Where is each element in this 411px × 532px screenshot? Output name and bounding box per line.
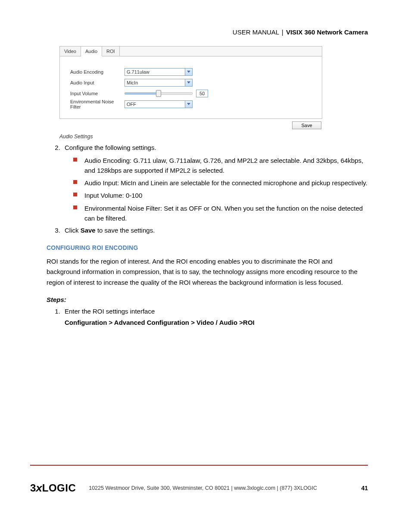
row-env-noise: Environmental Noise Filter OFF — [70, 99, 316, 109]
chevron-down-icon — [185, 68, 192, 75]
input-volume-value[interactable]: 50 — [196, 90, 208, 97]
dropdown-audio-encoding[interactable]: G.711ulaw — [125, 68, 193, 76]
steps-label: Steps: — [47, 296, 368, 303]
tab-bar: Video Audio ROI — [60, 47, 322, 56]
bullet-audio-encoding: Audio Encoding: G.711 ulaw, G.711alaw, G… — [73, 156, 368, 176]
tab-roi[interactable]: ROI — [102, 47, 120, 56]
tab-video[interactable]: Video — [60, 47, 81, 56]
label-audio-input: Audio Input — [70, 80, 125, 85]
chevron-down-icon — [185, 101, 192, 108]
chevron-down-icon — [185, 79, 192, 86]
header-product: VISIX 360 Network Camera — [286, 28, 368, 36]
list-item: Click Save to save the settings. — [62, 226, 368, 236]
bullet-env-noise: Environmental Noise Filter: Set it as OF… — [73, 203, 368, 224]
instruction-list: Configure the following settings. Audio … — [51, 143, 368, 236]
header-separator: | — [282, 28, 283, 36]
page-number: 41 — [361, 485, 368, 492]
figure-caption: Audio Settings — [59, 134, 368, 140]
step-1-text: Enter the ROI settings interface — [65, 308, 155, 315]
page-header: USER MANUAL | VISIX 360 Network Camera — [47, 28, 368, 36]
steps-list: Enter the ROI settings interface Configu… — [51, 307, 368, 328]
label-input-volume: Input Volume — [70, 91, 125, 96]
bullet-list: Audio Encoding: G.711 ulaw, G.711alaw, G… — [65, 156, 368, 224]
list-item-3-a: Click — [65, 227, 81, 234]
list-item: Enter the ROI settings interface Configu… — [62, 307, 368, 328]
bullet-input-volume: Input Volume: 0-100 — [73, 190, 368, 200]
dropdown-env-noise-value: OFF — [125, 102, 185, 107]
roi-paragraph: ROI stands for the region of interest. A… — [47, 256, 368, 288]
row-input-volume: Input Volume 50 — [70, 88, 316, 99]
header-left: USER MANUAL — [233, 28, 279, 36]
dropdown-env-noise[interactable]: OFF — [125, 100, 193, 108]
slider-thumb[interactable] — [156, 90, 161, 97]
row-audio-input: Audio Input MicIn — [70, 78, 316, 88]
save-row: Save — [59, 121, 321, 129]
row-audio-encoding: Audio Encoding G.711ulaw — [70, 67, 316, 77]
audio-settings-panel: Video Audio ROI Audio Encoding G.711ulaw… — [59, 46, 322, 119]
logo-3xlogic: 3xLOGIC — [30, 482, 76, 494]
dropdown-audio-encoding-value: G.711ulaw — [125, 69, 185, 75]
label-env-noise: Environmental Noise Filter — [70, 99, 125, 109]
footer-address: 10225 Westmoor Drive, Suite 300, Westmin… — [89, 485, 349, 491]
tab-audio[interactable]: Audio — [81, 47, 102, 56]
config-path: Configuration > Advanced Configuration >… — [65, 318, 368, 328]
dropdown-audio-input[interactable]: MicIn — [125, 79, 193, 87]
list-item-2-text: Configure the following settings. — [65, 144, 156, 151]
list-item-3-b: Save — [81, 227, 96, 234]
list-item-3-c: to save the settings. — [96, 227, 155, 234]
save-button[interactable]: Save — [292, 121, 321, 129]
dropdown-audio-input-value: MicIn — [125, 80, 185, 85]
bullet-audio-input: Audio Input: MicIn and Linein are select… — [73, 178, 368, 188]
label-audio-encoding: Audio Encoding — [70, 69, 125, 75]
section-title-roi: CONFIGURING ROI ENCODING — [47, 244, 368, 251]
panel-body: Audio Encoding G.711ulaw Audio Input Mic… — [60, 56, 322, 118]
slider-input-volume[interactable] — [125, 90, 193, 97]
list-item: Configure the following settings. Audio … — [62, 143, 368, 223]
page-footer: 3xLOGIC 10225 Westmoor Drive, Suite 300,… — [30, 465, 368, 494]
